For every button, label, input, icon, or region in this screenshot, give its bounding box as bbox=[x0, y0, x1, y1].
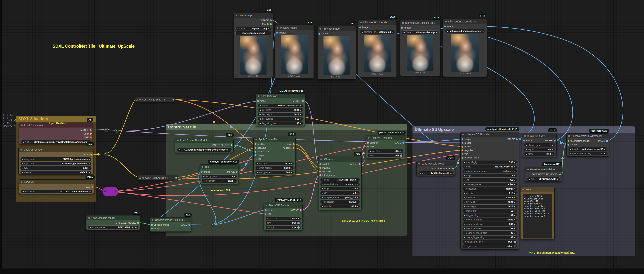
decrement-arrow-icon[interactable]: ◀ bbox=[526, 144, 527, 146]
output-slot[interactable] bbox=[270, 19, 272, 21]
node-title[interactable]: Image Sharpen bbox=[522, 133, 556, 138]
increment-arrow-icon[interactable]: ▶ bbox=[514, 183, 515, 185]
increment-arrow-icon[interactable]: ▶ bbox=[604, 153, 606, 154]
decrement-arrow-icon[interactable]: ◀ bbox=[22, 167, 23, 169]
decrement-arrow-icon[interactable]: ◀ bbox=[446, 30, 448, 32]
input-slot[interactable] bbox=[462, 146, 463, 147]
decrement-arrow-icon[interactable]: ◀ bbox=[526, 153, 527, 155]
decrement-arrow-icon[interactable]: ◀ bbox=[322, 201, 323, 203]
widget-row[interactable]: ◀imageinput2 (3).png▶ bbox=[235, 27, 271, 31]
widget-row[interactable]: ◀devicedefault▶ bbox=[20, 170, 92, 174]
widget-row[interactable]: ◀seed838266070154448▶ bbox=[462, 165, 517, 169]
widget-row[interactable]: ◀tile_size2048▶ bbox=[266, 217, 301, 221]
increment-arrow-icon[interactable]: ▶ bbox=[268, 28, 269, 30]
increment-arrow-icon[interactable]: ▶ bbox=[514, 214, 515, 216]
widget-row[interactable]: ◀sampler_namedpmpp_2m▶ bbox=[320, 195, 360, 199]
increment-arrow-icon[interactable]: ▶ bbox=[291, 163, 292, 164]
input-slot[interactable] bbox=[462, 153, 463, 155]
node-load-controlnet-model[interactable]: #21 Load ControlNet Model CONTROL_NET ◀.… bbox=[175, 138, 234, 153]
node-title[interactable]: Tiled Diffusion bbox=[256, 94, 305, 99]
node-title[interactable]: Preview Image bbox=[318, 26, 356, 31]
node-clip-text-encode-positive[interactable]: CLIP Text Encode (Pr bbox=[134, 97, 176, 102]
node-facerestore-cf-with-model[interactable]: faceresto #109 FaceRestoreCFWithModel fa… bbox=[566, 134, 609, 157]
decrement-arrow-icon[interactable]: ◀ bbox=[322, 183, 323, 185]
decrement-arrow-icon[interactable]: ◀ bbox=[464, 237, 465, 238]
decrement-arrow-icon[interactable]: ◀ bbox=[267, 218, 268, 220]
increment-arrow-icon[interactable]: ▶ bbox=[89, 171, 90, 173]
node-clip-text-encode-negative[interactable]: CLIP Text Encode (Pr bbox=[138, 175, 178, 180]
output-slot[interactable] bbox=[92, 186, 93, 188]
widget-toggle[interactable]: fasttrue bbox=[368, 153, 404, 157]
input-slot[interactable] bbox=[254, 151, 256, 152]
node-load-checkpoint[interactable]: #4 Load Checkpoint MODELCLIPVAE ◀ckpt_..… bbox=[19, 123, 93, 144]
input-slot[interactable] bbox=[367, 142, 369, 144]
widget-row[interactable]: ◀pyrUp_iters3▶ bbox=[202, 174, 237, 178]
decrement-arrow-icon[interactable]: ◀ bbox=[464, 188, 465, 190]
output-slot[interactable] bbox=[175, 177, 177, 179]
widget-row[interactable]: ◀mask_blur12▶ bbox=[462, 209, 517, 213]
decrement-arrow-icon[interactable]: ◀ bbox=[22, 191, 24, 192]
input-slot[interactable] bbox=[359, 26, 361, 28]
widget-toggle[interactable]: tiled_decodefalse bbox=[462, 244, 517, 248]
increment-arrow-icon[interactable]: ▶ bbox=[357, 179, 358, 181]
output-slot[interactable] bbox=[402, 142, 404, 144]
output-slot[interactable] bbox=[90, 137, 92, 138]
increment-arrow-icon[interactable]: ▶ bbox=[291, 167, 292, 169]
increment-arrow-icon[interactable]: ▶ bbox=[392, 31, 393, 33]
decrement-arrow-icon[interactable]: ◀ bbox=[464, 166, 465, 168]
node-tile[interactable]: comfyui_controlnet #14 Tile imageIMAGE ◀… bbox=[200, 164, 239, 184]
decrement-arrow-icon[interactable]: ◀ bbox=[22, 141, 24, 143]
increment-arrow-icon[interactable]: ▶ bbox=[89, 163, 90, 164]
widget-row[interactable]: ◀steps25▶ bbox=[320, 187, 360, 191]
increment-arrow-icon[interactable]: ▶ bbox=[90, 191, 91, 192]
decrement-arrow-icon[interactable]: ◀ bbox=[464, 192, 465, 194]
widget-row[interactable]: ◀tile_batch_size32▶ bbox=[258, 121, 303, 125]
node-ultimate-sd-upscale-113[interactable]: comfyui_ultimatesdu #113 Ultimate SD Ups… bbox=[460, 132, 519, 250]
output-slot[interactable] bbox=[452, 168, 454, 169]
node-ultimate-sd-upscale-save-108[interactable]: #108 Ultimate SD Upscale images ◀filenam… bbox=[358, 20, 397, 77]
decrement-arrow-icon[interactable]: ◀ bbox=[464, 232, 465, 234]
output-slot[interactable] bbox=[137, 222, 139, 224]
input-slot[interactable] bbox=[401, 27, 403, 29]
increment-arrow-icon[interactable]: ▶ bbox=[514, 161, 515, 163]
widget-row[interactable]: ◀sharpen_radius1▶ bbox=[524, 143, 555, 147]
node-ksampler[interactable]: #26 KSampler modelLATENTpositivenegative… bbox=[318, 157, 362, 210]
increment-arrow-icon[interactable]: ▶ bbox=[291, 171, 292, 173]
increment-arrow-icon[interactable]: ▶ bbox=[300, 118, 301, 120]
widget-row[interactable]: ◀mo...4x-UltraSharp.pth▶ bbox=[418, 171, 454, 175]
node-load-vae[interactable]: #101 Load VAE VAE ◀vae_nameSDXL\sdxl.vae… bbox=[19, 179, 94, 194]
decrement-arrow-icon[interactable]: ◀ bbox=[362, 31, 363, 33]
decrement-arrow-icon[interactable]: ◀ bbox=[464, 170, 465, 172]
collapse-icon[interactable] bbox=[139, 177, 141, 179]
increment-arrow-icon[interactable]: ▶ bbox=[514, 232, 515, 234]
toggle-knob-icon[interactable] bbox=[297, 226, 300, 229]
node-title[interactable]: Load Image bbox=[234, 13, 272, 18]
decrement-arrow-icon[interactable]: ◀ bbox=[526, 149, 527, 150]
widget-row[interactable]: ◀sigma1.00▶ bbox=[524, 147, 555, 152]
increment-arrow-icon[interactable]: ▶ bbox=[135, 227, 136, 228]
node-title[interactable]: KSampler bbox=[318, 157, 362, 161]
output-slot[interactable] bbox=[302, 100, 304, 102]
increment-arrow-icon[interactable]: ▶ bbox=[357, 205, 358, 207]
widget-row[interactable]: ◀codeformer_fidelity0.10▶ bbox=[568, 152, 607, 156]
decrement-arrow-icon[interactable]: ◀ bbox=[322, 188, 323, 190]
increment-arrow-icon[interactable]: ▶ bbox=[234, 175, 235, 177]
widget-row[interactable]: ◀start_percent0.000▶ bbox=[255, 166, 294, 170]
increment-arrow-icon[interactable]: ▶ bbox=[514, 210, 515, 212]
decrement-arrow-icon[interactable]: ◀ bbox=[420, 172, 421, 174]
output-slot[interactable] bbox=[188, 224, 190, 226]
widget-row[interactable]: ◀filename_p ...ultimate-sd-sharp▶ bbox=[402, 30, 439, 34]
decrement-arrow-icon[interactable]: ◀ bbox=[369, 150, 371, 152]
input-slot[interactable] bbox=[462, 157, 463, 159]
node-title[interactable]: FaceRestoreCFWithModel bbox=[566, 134, 609, 138]
output-slot[interactable] bbox=[270, 23, 272, 25]
widget-row[interactable]: ◀alpha0.10▶ bbox=[524, 152, 555, 156]
decrement-arrow-icon[interactable]: ◀ bbox=[257, 171, 258, 173]
node-tiled-vae-encode[interactable]: [BETA] TiledDiffu #15 Tiled VAE Encode p… bbox=[264, 203, 303, 230]
node-load-upscale-model-13[interactable]: #13 Load Upscale Model UPSCALE_MODEL ◀mo… bbox=[86, 215, 140, 230]
output-slot[interactable] bbox=[516, 138, 518, 140]
output-slot[interactable] bbox=[293, 143, 294, 145]
decrement-arrow-icon[interactable]: ◀ bbox=[259, 118, 260, 120]
input-slot[interactable] bbox=[254, 147, 256, 149]
node-title[interactable]: Note bbox=[520, 187, 554, 192]
